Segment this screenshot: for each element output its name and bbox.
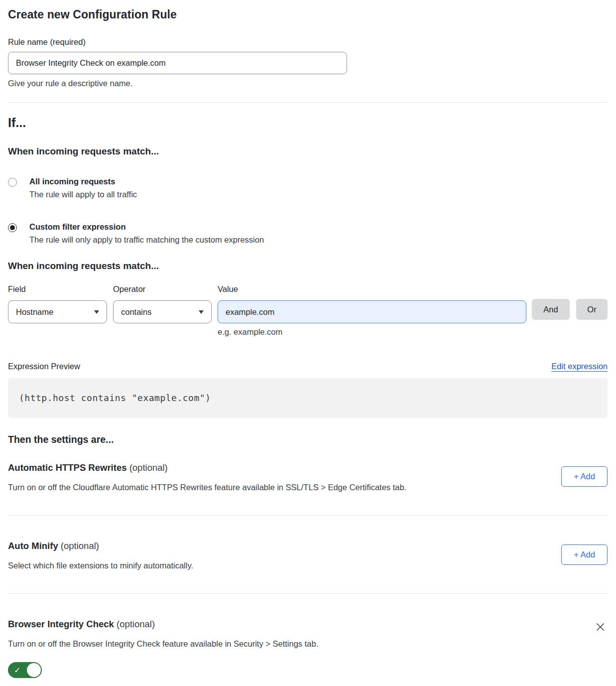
setting-optional-tag: (optional): [129, 462, 168, 473]
field-column: Field Hostname: [8, 284, 107, 323]
expression-preview-code: (http.host contains "example.com"): [19, 393, 211, 403]
value-input[interactable]: [218, 300, 526, 323]
chevron-down-icon: [199, 310, 204, 314]
radio-option-label: All incoming requests: [29, 177, 137, 186]
setting-title: Browser Integrity Check: [8, 619, 114, 629]
setting-title-line: Browser Integrity Check (optional): [8, 619, 318, 630]
operator-column: Operator contains: [113, 284, 212, 323]
edit-expression-link[interactable]: Edit expression: [551, 362, 608, 371]
rule-name-label: Rule name (required): [8, 37, 608, 47]
or-button[interactable]: Or: [576, 299, 608, 320]
filter-builder-row: Field Hostname Operator contains Value e…: [8, 284, 608, 337]
setting-description: Turn on or off the Browser Integrity Che…: [8, 639, 318, 649]
checkmark-icon: ✓: [14, 666, 20, 675]
close-icon: [595, 622, 606, 632]
rule-name-helper: Give your rule a descriptive name.: [8, 79, 608, 88]
remove-setting-button[interactable]: [593, 620, 608, 634]
value-helper: e.g. example.com: [218, 327, 526, 337]
field-select[interactable]: Hostname: [8, 300, 107, 323]
setting-title: Auto Minify: [8, 541, 58, 551]
setting-title-line: Automatic HTTPS Rewrites (optional): [8, 462, 406, 473]
radio-option-all-incoming-requests[interactable]: All incoming requests The rule will appl…: [8, 177, 608, 199]
radio-option-text: All incoming requests The rule will appl…: [29, 177, 137, 199]
operator-label: Operator: [113, 284, 212, 294]
operator-select-value: contains: [121, 307, 151, 317]
radio-option-description: The rule will only apply to traffic matc…: [29, 235, 264, 245]
setting-title: Automatic HTTPS Rewrites: [8, 462, 127, 473]
setting-automatic-https-rewrites: Automatic HTTPS Rewrites (optional) Turn…: [8, 462, 608, 492]
add-setting-button[interactable]: + Add: [561, 466, 608, 487]
chevron-down-icon: [94, 310, 99, 314]
setting-divider: [8, 515, 608, 516]
setting-description: Turn on or off the Cloudflare Automatic …: [8, 483, 406, 492]
expression-preview-label: Expression Preview: [8, 362, 80, 371]
toggle-knob[interactable]: [27, 663, 41, 677]
radio-option-custom-filter-expression[interactable]: Custom filter expression The rule will o…: [8, 222, 608, 245]
setting-divider: [8, 593, 608, 594]
setting-auto-minify: Auto Minify (optional) Select which file…: [8, 541, 608, 570]
match-subheading: When incoming requests match...: [8, 146, 608, 157]
if-heading: If...: [8, 116, 608, 130]
setting-optional-tag: (optional): [61, 541, 99, 551]
setting-optional-tag: (optional): [117, 619, 155, 629]
radio-icon[interactable]: [8, 223, 17, 232]
filter-builder-heading: When incoming requests match...: [8, 261, 608, 272]
add-setting-button[interactable]: + Add: [561, 545, 608, 565]
rule-name-group: Rule name (required) Give your rule a de…: [8, 37, 608, 88]
value-column: Value e.g. example.com: [218, 284, 526, 337]
section-divider: [8, 102, 608, 103]
setting-info: Browser Integrity Check (optional) Turn …: [8, 619, 318, 678]
expression-preview-box: (http.host contains "example.com"): [8, 378, 608, 418]
page-title: Create new Configuration Rule: [8, 8, 608, 21]
operator-select[interactable]: contains: [113, 300, 212, 323]
and-button[interactable]: And: [532, 299, 570, 320]
radio-option-label: Custom filter expression: [29, 222, 264, 232]
field-select-value: Hostname: [16, 307, 53, 317]
radio-option-description: The rule will apply to all traffic: [29, 190, 137, 199]
setting-info: Automatic HTTPS Rewrites (optional) Turn…: [8, 462, 406, 492]
radio-option-text: Custom filter expression The rule will o…: [29, 222, 264, 245]
andor-buttons: And Or: [532, 299, 608, 320]
field-label: Field: [8, 284, 107, 294]
then-settings-heading: Then the settings are...: [8, 434, 608, 445]
create-configuration-rule-page: Create new Configuration Rule Rule name …: [0, 0, 616, 686]
setting-info: Auto Minify (optional) Select which file…: [8, 541, 193, 570]
expression-preview-header: Expression Preview Edit expression: [8, 362, 608, 371]
setting-title-line: Auto Minify (optional): [8, 541, 193, 551]
value-label: Value: [218, 284, 526, 294]
radio-icon[interactable]: [8, 178, 17, 187]
browser-integrity-check-toggle[interactable]: ✓: [8, 662, 42, 678]
rule-name-input[interactable]: [8, 52, 347, 74]
setting-browser-integrity-check: Browser Integrity Check (optional) Turn …: [8, 619, 608, 678]
setting-description: Select which file extensions to minify a…: [8, 561, 193, 570]
